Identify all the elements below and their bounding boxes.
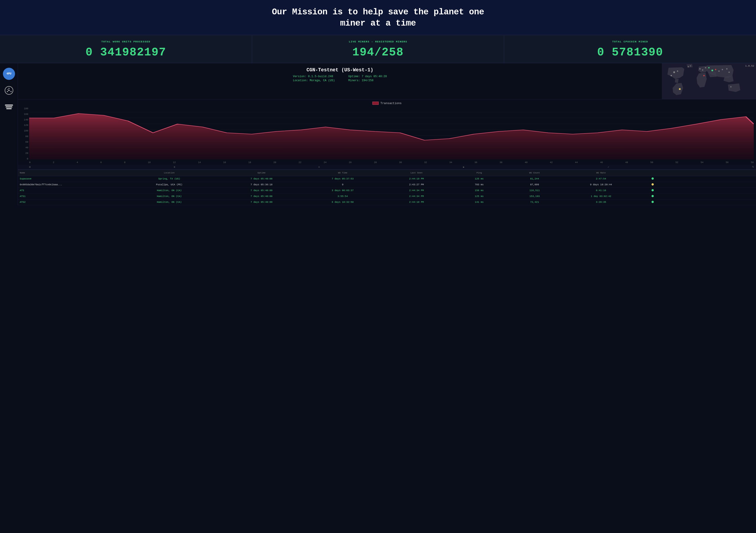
status-dot-3 [652,195,654,197]
stat-label-2: TOTAL CPUCOIN MINED [511,40,749,43]
stat-label-1: LIVE MINERS – REGISTERED MINERS [259,40,497,43]
chart-x-label: 46 [600,161,603,164]
chart-x-label: 18 [248,161,251,164]
svg-point-24 [690,65,691,67]
chart-x-label: 34 [449,161,452,164]
content-area: CGN-Testnet (US-West-1) Version: 0.1.5-b… [18,63,756,205]
table-cell-4-1: Hamilton, ON (CA) [121,201,217,204]
stat-value-0: 0 341982197 [7,46,245,59]
table-header-col-5: Ping [453,171,505,175]
svg-point-20 [728,71,730,73]
table-cell-3-4: 2:44:34 PM [380,195,453,198]
table-cell-3-6: 153,193 [505,195,564,198]
table-cell-4-2: 7 days 05:40:09 [217,201,306,204]
chart-x-label: 0 [29,161,31,164]
chart-x-label: 8 [124,161,125,164]
table-cell-0-3: 7 days 05:37:53 [306,177,380,181]
chart-x-label: 52 [676,161,678,164]
chart-x-label: 54 [701,161,703,164]
svg-point-8 [677,70,678,72]
server-location: Location: Moraga, CA (US) [293,79,335,82]
chart-y-label: 120 [21,124,28,126]
header: Our Mission is to help save the planet o… [0,0,756,35]
svg-point-17 [718,70,720,72]
table-row[interactable]: 0x905da38e70a1cff7ce9c2aaa...Pucallpa, U… [18,182,756,188]
chart-x-label: 40 [525,161,527,164]
chart-x-label: 30 [399,161,402,164]
table-status-3 [638,195,667,198]
table-cell-0-0: Supasave [18,177,121,181]
table-cell-0-7: 2:47:54 [564,177,638,181]
chart-legend: Transactions [20,101,754,105]
table-cell-1-6: 87,099 [505,183,564,186]
svg-point-21 [705,67,706,69]
speedometer-icon [4,86,14,95]
sidebar-cpu-logo[interactable]: ¢PU [3,68,15,80]
table-row[interactable]: ATS1Hamilton, ON (CA)7 days 05:40:083:55… [18,194,756,199]
chart-icon-grid[interactable]: ⊞ [29,166,31,168]
table-cell-4-3: 6 days 10:32:50 [306,201,380,204]
table-cell-0-1: Spring, TX (US) [121,177,217,181]
chart-x-label: 22 [299,161,301,164]
chart-wrapper: 180160140120100806040200 [20,106,754,165]
table-cell-3-5: 125 ms [453,195,505,198]
table-cell-1-1: Pucallpa, UCA (PE) [121,183,217,186]
status-dot-0 [652,178,654,180]
server-uptime: Uptime: 7 days 05:40:28 [348,75,387,78]
status-dot-1 [652,183,654,185]
table-header-col-1: Location [121,171,217,175]
table-row[interactable]: ATS2Hamilton, ON (CA)7 days 05:40:096 da… [18,199,756,205]
table-cell-1-5: 703 ms [453,183,505,186]
chart-y-label: 0 [21,157,28,160]
table-row[interactable]: ATSHamilton, ON (CA)7 days 05:40:093 day… [18,188,756,194]
table-cell-4-0: ATS2 [18,201,121,204]
chart-icon-check[interactable]: ✓ [608,166,609,168]
sidebar-layers-icon[interactable] [3,101,15,113]
world-map-container: 1.0.52 [662,63,756,99]
header-title: Our Mission is to help save the planet o… [5,7,751,29]
chart-x-axis: 0246810121416182022242628303234363840424… [29,160,754,165]
chart-x-label: 12 [173,161,176,164]
chart-icon-plus[interactable]: ⊕ [174,166,175,168]
chart-x-label: 36 [474,161,477,164]
svg-point-11 [699,68,701,70]
table-cell-1-0: 0x905da38e70a1cff7ce9c2aaa... [18,183,121,186]
stat-value-1: 194/258 [259,46,497,59]
chart-y-label: 60 [21,141,28,143]
table-cell-3-1: Hamilton, ON (CA) [121,195,217,198]
legend-label-transactions: Transactions [380,101,401,105]
chart-x-label: 20 [274,161,276,164]
table-cell-3-0: ATS1 [18,195,121,198]
chart-icon-play[interactable]: ▶ [463,166,465,168]
stat-card-1: LIVE MINERS – REGISTERED MINERS 194/258 [252,35,504,63]
table-status-0 [638,177,667,181]
chart-x-label: 4 [77,161,78,164]
chart-y-label: 160 [21,113,28,116]
server-title: CGN-Testnet (US-West-1) [23,67,657,73]
chart-icon-clock[interactable]: ⊙ [318,166,320,168]
table-status-4 [638,201,667,204]
table-header-col-7: WU Rate [564,171,638,175]
table-cell-4-5: 141 ms [453,201,505,204]
chart-icon-percent[interactable]: % [752,166,754,168]
table-cell-2-6: 116,511 [505,189,564,192]
table-row[interactable]: SupasaveSpring, TX (US)7 days 05:40:087 … [18,176,756,182]
stat-value-2: 0 5781390 [511,46,749,59]
chart-x-label: 14 [198,161,201,164]
layers-stack-icon [5,104,13,109]
svg-point-15 [712,70,713,71]
server-miners: Miners: 194/258 [348,79,387,82]
chart-y-axis: 180160140120100806040200 [20,106,29,165]
stat-card-2: TOTAL CPUCOIN MINED 0 5781390 [504,35,756,63]
table-cell-1-7: 9 days 18:20:44 [564,183,638,186]
svg-point-23 [688,66,689,67]
chart-x-label: 24 [324,161,326,164]
table-status-1 [638,183,667,186]
miners-table: NameLocationUptimeWU TimeLast SeenPingWU… [18,170,756,205]
chart-x-label: 2 [53,161,54,164]
sidebar: ¢PU [0,63,18,205]
chart-y-label: 100 [21,129,28,132]
table-status-2 [638,189,667,192]
table-cell-2-1: Hamilton, ON (CA) [121,189,217,192]
sidebar-dashboard-icon[interactable] [3,84,15,97]
